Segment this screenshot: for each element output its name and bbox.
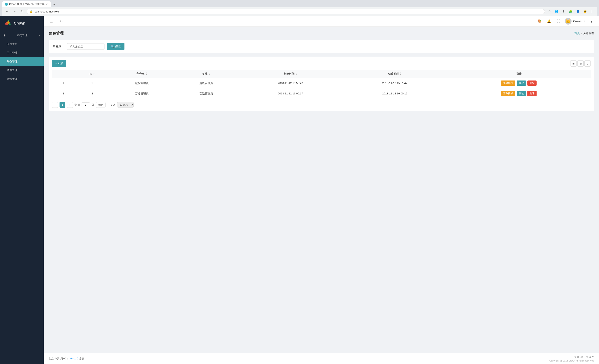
sidebar-logo: Crown: [0, 16, 44, 31]
footer-watermark: 头条 @云墨软件: [574, 355, 594, 359]
sidebar: Crown ⚙ 系统管理 ▲ 项目主页 用户管理 角色管理 菜单管理 资源管理: [0, 16, 44, 364]
row2-remark: 普通管理员: [174, 88, 238, 99]
row1-menu-auth-button[interactable]: 菜单授权: [501, 80, 515, 86]
page-size-select[interactable]: 10 条/页 20 条/页 50 条/页: [117, 102, 134, 108]
grid-view-icon[interactable]: ⊞: [570, 60, 577, 67]
sidebar-item-role-manage[interactable]: 角色管理: [0, 57, 44, 66]
footer-bar: 北京 今天(周一)： -6～1°C 多云 头条 @云墨软件 Copyright …: [44, 353, 599, 364]
header-right: 🎨 🔔 ⛶ 🐱 Crown ▼ ⋮: [536, 18, 595, 25]
search-input[interactable]: [67, 43, 105, 50]
profile-icon[interactable]: 👤: [575, 9, 581, 14]
row1-delete-button[interactable]: 删除: [527, 80, 537, 86]
col-remark[interactable]: 备注 ▲▼: [174, 70, 238, 78]
footer-weather-desc: 多云: [79, 357, 84, 360]
logo-icon: [4, 19, 12, 27]
table-toolbar: + 添加 ⊞ ⊟ 🖨: [52, 60, 591, 67]
collapse-arrow-icon: ▲: [38, 34, 40, 37]
footer-city: 北京: [49, 357, 54, 360]
project-home-label: 项目主页: [7, 42, 18, 46]
back-button[interactable]: ←: [4, 9, 10, 14]
avatar-icon[interactable]: 🐱: [582, 9, 588, 14]
goto-confirm-button[interactable]: 确定: [96, 102, 106, 108]
forward-button[interactable]: →: [12, 9, 18, 14]
goto-page-input[interactable]: [82, 102, 90, 107]
sidebar-item-resource-manage[interactable]: 资源管理: [0, 75, 44, 83]
row2-updated-at: 2018-11-12 16:00:19: [343, 88, 447, 99]
download-icon[interactable]: ⬇: [561, 9, 566, 14]
menu-dots-icon[interactable]: ⋮: [589, 9, 595, 14]
prev-page-button[interactable]: ‹: [52, 102, 58, 108]
user-dropdown-icon: ▼: [583, 20, 585, 22]
url-text: localhost:8088/#!role: [34, 10, 59, 13]
add-button[interactable]: + 添加: [52, 60, 66, 67]
more-options-icon[interactable]: ⋮: [588, 18, 595, 25]
new-tab-button[interactable]: +: [52, 2, 57, 7]
sidebar-item-user-manage[interactable]: 用户管理: [0, 48, 44, 57]
search-label: 角色名：: [53, 44, 64, 48]
row1-actions: 菜单授权 修改 删除: [447, 78, 591, 88]
search-button-label: 搜索: [115, 44, 121, 48]
row2-actions: 菜单授权 修改 删除: [447, 88, 591, 99]
gear-icon: ⚙: [3, 34, 6, 37]
next-page-button[interactable]: ›: [67, 102, 73, 108]
tab-close-button[interactable]: ✕: [46, 3, 48, 6]
header-user-area[interactable]: 🐱 Crown ▼: [565, 18, 585, 25]
header-avatar: 🐱: [565, 18, 572, 25]
footer-day-label: 今天(周一)：: [54, 357, 69, 360]
lock-icon: 🔒: [30, 10, 33, 13]
section-label: 系统管理: [17, 34, 27, 37]
row1-role-name: 超级管理员: [110, 78, 174, 88]
breadcrumb: 首页 / 角色管理: [574, 31, 594, 35]
browser-tabs: C Crown 快速开发Web应用脚手架 ✕ +: [2, 1, 597, 7]
col-updated-at[interactable]: 修改时间 ▲▼: [343, 70, 447, 78]
translate-icon[interactable]: 🌐: [554, 9, 559, 14]
print-icon[interactable]: 🖨: [584, 60, 591, 67]
breadcrumb-home[interactable]: 首页: [574, 31, 580, 35]
main-content: ☰ ↻ 🎨 🔔 ⛶ 🐱: [44, 16, 599, 364]
menu-manage-label: 菜单管理: [7, 69, 18, 72]
reload-button[interactable]: ↻: [19, 9, 25, 14]
search-button[interactable]: 🔍 搜索: [107, 43, 124, 50]
nav-section-system[interactable]: ⚙ 系统管理 ▲: [0, 31, 44, 40]
fullscreen-icon[interactable]: ⛶: [555, 18, 562, 25]
table-view-icons: ⊞ ⊟ 🖨: [570, 60, 591, 67]
row2-menu-auth-button[interactable]: 菜单授权: [501, 91, 515, 96]
active-tab[interactable]: C Crown 快速开发Web应用脚手架 ✕: [2, 1, 51, 7]
row2-created-at: 2018-11-12 16:00:17: [238, 88, 343, 99]
column-view-icon[interactable]: ⊟: [577, 60, 584, 67]
col-actions: 操作: [447, 70, 591, 78]
row2-id: 2: [75, 88, 110, 99]
sidebar-toggle-icon[interactable]: ☰: [48, 18, 54, 25]
footer-temp: -6～1°C: [70, 357, 79, 360]
page-1-button[interactable]: 1: [60, 102, 65, 108]
footer-copyright: Copyright @ 2018 Crown All rights reserv…: [549, 359, 594, 362]
browser-chrome: C Crown 快速开发Web应用脚手架 ✕ + ← → ↻ 🔒 localho…: [0, 0, 599, 16]
header-left: ☰ ↻: [48, 18, 64, 25]
col-role-name[interactable]: 角色名 ▲▼: [110, 70, 174, 78]
browser-toolbar: ← → ↻ 🔒 localhost:8088/#!role ☆ 🌐 ⬇ 🧩 👤 …: [2, 7, 597, 16]
col-seq: [52, 70, 75, 78]
row1-created-at: 2018-11-12 15:59:43: [238, 78, 343, 88]
col-id[interactable]: ID ▲▼: [75, 70, 110, 78]
browser-toolbar-icons: ☆ 🌐 ⬇ 🧩 👤 🐱 ⋮: [546, 9, 595, 14]
notification-icon[interactable]: 🔔: [546, 18, 552, 25]
row1-id: 1: [75, 78, 110, 88]
theme-icon[interactable]: 🎨: [536, 18, 543, 25]
refresh-icon[interactable]: ↻: [58, 18, 64, 25]
row2-delete-button[interactable]: 删除: [527, 91, 537, 96]
page-header: 角色管理 首页 / 角色管理: [49, 31, 594, 36]
bookmark-icon[interactable]: ☆: [546, 9, 552, 14]
row2-edit-button[interactable]: 修改: [517, 91, 526, 96]
col-created-at[interactable]: 创建时间 ▲▼: [238, 70, 343, 78]
header-bar: ☰ ↻ 🎨 🔔 ⛶ 🐱: [44, 16, 599, 27]
pagination: ‹ 1 › 到第 页 确定 共 2 条 10 条/页 20 条/页 50 条/页: [52, 102, 591, 108]
address-bar[interactable]: 🔒 localhost:8088/#!role: [27, 9, 545, 14]
total-label: 共 2 条: [107, 103, 115, 107]
page-label: 页: [92, 103, 94, 107]
sidebar-item-menu-manage[interactable]: 菜单管理: [0, 66, 44, 75]
row1-edit-button[interactable]: 修改: [517, 80, 526, 86]
sidebar-item-project-home[interactable]: 项目主页: [0, 40, 44, 48]
row1-remark: 超级管理员: [174, 78, 238, 88]
extensions-icon[interactable]: 🧩: [568, 9, 574, 14]
logo-text: Crown: [14, 21, 25, 26]
